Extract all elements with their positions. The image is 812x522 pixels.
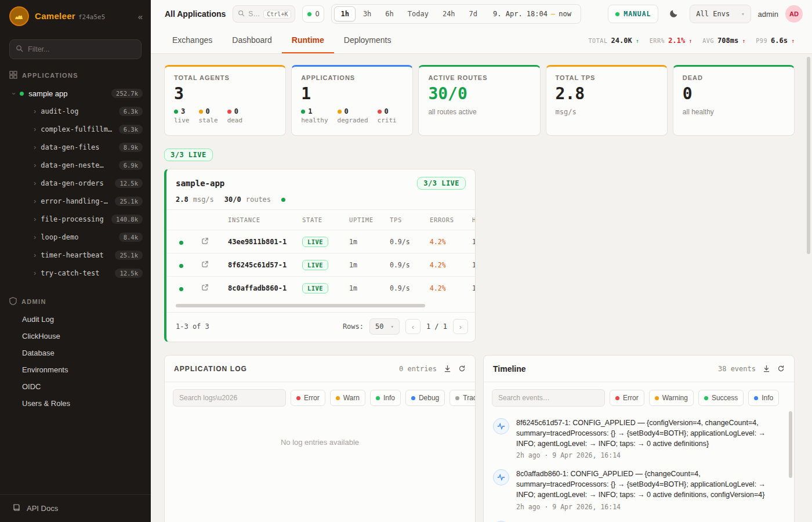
log-level-chip[interactable]: Error — [291, 390, 325, 406]
timeline-event[interactable]: 8f6245c61d57-1: CONFIG_APPLIED — {config… — [493, 418, 784, 459]
stat-card-value: 0 — [683, 86, 785, 102]
sidebar-tree-item[interactable]: › audit-log 6.3k — [0, 102, 151, 120]
events-count: 38 events — [718, 365, 756, 373]
sidebar-filter-input[interactable] — [28, 45, 135, 53]
timeline-search-input[interactable] — [492, 389, 605, 407]
log-level-chip[interactable]: Trace — [449, 390, 476, 406]
api-docs-link[interactable]: API Docs — [0, 494, 151, 522]
event-type-chip[interactable]: Warning — [649, 390, 694, 406]
application-card-header: sample-app 3/3 LIVE — [166, 169, 475, 193]
chevron-right-icon: › — [34, 125, 36, 133]
external-link-icon[interactable] — [197, 284, 209, 291]
main-scrollbar-thumb[interactable] — [807, 57, 810, 254]
sidebar-filter[interactable] — [9, 39, 142, 59]
stat-card-legend: 1 healthy 0 degraded 0 criti — [301, 107, 403, 124]
event-type-chip[interactable]: Error — [610, 390, 644, 406]
avatar[interactable]: AD — [785, 5, 803, 23]
type-dot — [655, 396, 659, 400]
download-icon[interactable] — [444, 365, 451, 372]
sidebar-admin-item[interactable]: Audit Log — [0, 311, 151, 328]
sidebar-tree-item[interactable]: › file-processing 140.8k — [0, 210, 151, 228]
prev-page-button[interactable]: ‹ — [405, 319, 420, 334]
external-link-icon[interactable] — [197, 260, 209, 268]
sidebar-tree-item[interactable]: › error-handling-… 25.1k — [0, 192, 151, 210]
tab[interactable]: Deployments — [334, 28, 401, 53]
global-search[interactable]: S… Ctrl+K — [233, 5, 295, 23]
horizontal-scrollbar-thumb[interactable] — [176, 304, 425, 307]
time-range-button[interactable]: Today — [401, 6, 435, 21]
rows-per-page-select[interactable]: 50 ▾ — [369, 318, 400, 335]
manual-mode-button[interactable]: MANUAL — [608, 5, 658, 23]
time-range-button[interactable]: 7d — [463, 6, 484, 21]
sidebar-tree-item[interactable]: › try-catch-test 12.5k — [0, 264, 151, 282]
page-indicator: 1 / 1 — [426, 322, 447, 331]
errors-cell: 4.2% — [430, 284, 472, 292]
tab[interactable]: Dashboard — [222, 28, 282, 53]
refresh-icon[interactable] — [777, 365, 785, 372]
sidebar-tree-item[interactable]: › data-gen-neste… 6.9k — [0, 156, 151, 174]
log-level-chip[interactable]: Warn — [330, 390, 365, 406]
sidebar-admin-item[interactable]: OIDC — [0, 378, 151, 395]
topbar: All Applications S… Ctrl+K O 1h 3h 6h To… — [151, 0, 812, 28]
tree-item-label: error-handling-… — [41, 197, 108, 205]
time-range-button[interactable]: 6h — [379, 6, 400, 21]
time-range-button[interactable]: 24h — [436, 6, 462, 21]
type-dot — [754, 396, 758, 400]
applications-section-label: APPLICATIONS — [22, 72, 78, 79]
uptime-cell: 1m — [349, 261, 390, 269]
tab[interactable]: Runtime — [282, 28, 334, 53]
timeline-scrollbar-thumb[interactable] — [789, 411, 792, 478]
entries-count: 0 entries — [399, 365, 437, 373]
refresh-icon[interactable] — [458, 365, 466, 372]
instance-id: 43ee9811b801-1 — [228, 238, 302, 246]
legend-item: 0 degraded — [338, 107, 368, 124]
status-dot — [227, 110, 231, 114]
timeline-event[interactable]: 8c0affadb860-1: CONFIG_APPLIED — {change… — [493, 469, 784, 510]
next-page-button[interactable]: › — [453, 319, 468, 334]
table-row[interactable]: 8c0affadb860-1 LIVE 1m 0.9/s 4.2% 1 — [166, 276, 475, 299]
environment-select[interactable]: All Envs ▾ — [690, 5, 751, 23]
tree-item-label: complex-fulfillm… — [41, 125, 112, 133]
status-dot — [174, 110, 178, 114]
event-type-chip[interactable]: Success — [698, 390, 744, 406]
time-range-button[interactable]: 1h — [334, 6, 355, 21]
sidebar-admin-item[interactable]: ClickHouse — [0, 328, 151, 345]
download-icon[interactable] — [763, 365, 770, 372]
external-link-icon[interactable] — [197, 237, 209, 245]
type-label: Warning — [662, 394, 688, 402]
tab[interactable]: Exchanges — [162, 28, 222, 53]
log-level-chip[interactable]: Info — [370, 390, 401, 406]
table-row[interactable]: 43ee9811b801-1 LIVE 1m 0.9/s 4.2% 1 — [166, 230, 475, 253]
sidebar-collapse-button[interactable]: « — [138, 12, 143, 21]
application-stats-row: 2.8 msg/s 30/0 routes — [166, 193, 475, 210]
header-stat: ERR% 2.1% ↑ — [650, 37, 692, 45]
status-dot — [301, 110, 305, 114]
count-badge: 25.1k — [115, 197, 143, 206]
book-icon — [13, 503, 21, 513]
log-search-input[interactable] — [173, 389, 286, 407]
sidebar-tree-item[interactable]: › loop-demo 8.4k — [0, 228, 151, 246]
sidebar-admin-item[interactable]: Environments — [0, 361, 151, 378]
sidebar-tree-item[interactable]: › data-gen-files 8.9k — [0, 138, 151, 156]
table-row[interactable]: 8f6245c61d57-1 LIVE 1m 0.9/s 4.2% 1 — [166, 253, 475, 276]
sidebar-admin-item[interactable]: Users & Roles — [0, 395, 151, 412]
topbar-right: MANUAL All Envs ▾ admin AD — [608, 5, 803, 23]
sidebar-item-sample-app[interactable]: › sample app 252.7k — [0, 85, 151, 102]
log-level-chip[interactable]: Debug — [405, 390, 445, 406]
stat-card-title: DEAD — [683, 74, 785, 81]
state-badge: LIVE — [302, 260, 328, 270]
event-type-chip[interactable]: Info — [748, 390, 779, 406]
sidebar-admin-item[interactable]: Database — [0, 345, 151, 361]
date-range[interactable]: 9. Apr. 18:04—now — [485, 10, 578, 18]
level-dot — [411, 396, 415, 400]
time-range-button[interactable]: 3h — [357, 6, 378, 21]
status-dot — [179, 241, 183, 245]
state-badge: LIVE — [302, 237, 328, 247]
stat-card-title: TOTAL AGENTS — [174, 74, 276, 81]
online-status-chip[interactable]: O — [302, 5, 324, 23]
sidebar-tree-item[interactable]: › timer-heartbeat 25.1k — [0, 246, 151, 264]
extra-cell: 1 — [472, 261, 475, 269]
dark-mode-toggle[interactable] — [665, 5, 683, 23]
sidebar-tree-item[interactable]: › complex-fulfillm… 6.3k — [0, 120, 151, 138]
sidebar-tree-item[interactable]: › data-gen-orders 12.5k — [0, 174, 151, 192]
